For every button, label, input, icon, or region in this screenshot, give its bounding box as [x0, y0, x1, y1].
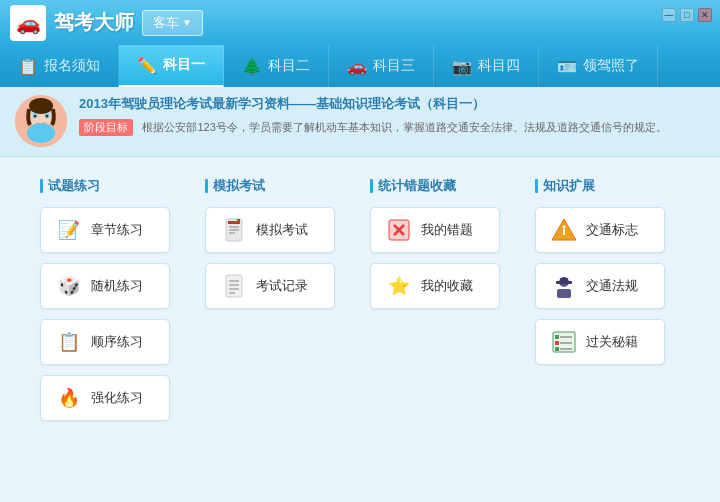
title-bar: 🚗 驾考大师 客车 ▼ — □ ✕ — [0, 0, 720, 45]
section-mock-title: 模拟考试 — [205, 177, 350, 195]
tab-kemu1-label: 科目一 — [163, 56, 205, 74]
section-expand-title: 知识扩展 — [535, 177, 680, 195]
collect-icon: ⭐ — [385, 272, 413, 300]
tab-kemu2-icon: 🌲 — [242, 57, 262, 76]
error-icon — [385, 216, 413, 244]
svg-rect-26 — [557, 289, 571, 298]
tab-kemu4-icon: 📷 — [452, 57, 472, 76]
banner-desc: 根据公安部123号令，学员需要了解机动车基本知识，掌握道路交通安全法律、法规及道… — [142, 121, 666, 133]
car-type-button[interactable]: 客车 ▼ — [142, 10, 203, 36]
section-stats-title: 统计错题收藏 — [370, 177, 515, 195]
app-title: 驾考大师 — [54, 9, 134, 36]
app-logo: 🚗 — [10, 5, 46, 41]
section-practice: 试题练习 📝 章节练习 🎲 随机练习 📋 顺序练习 🔥 强化练习 — [30, 177, 195, 480]
info-banner: 2013年驾驶员理论考试最新学习资料——基础知识理论考试（科目一） 阶段目标 根… — [0, 87, 720, 157]
traffic-law-label: 交通法规 — [586, 277, 638, 295]
traffic-sign-icon — [550, 216, 578, 244]
my-errors-label: 我的错题 — [421, 221, 473, 239]
exam-record-button[interactable]: 考试记录 — [205, 263, 335, 309]
intensive-icon: 🔥 — [55, 384, 83, 412]
secret-button[interactable]: 过关秘籍 — [535, 319, 665, 365]
svg-rect-35 — [560, 348, 572, 350]
avatar — [15, 95, 67, 147]
svg-rect-34 — [555, 347, 559, 351]
svg-point-7 — [29, 98, 53, 114]
svg-rect-31 — [560, 336, 572, 338]
my-collect-label: 我的收藏 — [421, 277, 473, 295]
mock-exam-button[interactable]: 模拟考试 — [205, 207, 335, 253]
tab-lingzhao-icon: 🪪 — [557, 57, 577, 76]
svg-rect-33 — [560, 342, 572, 344]
tab-kemu1[interactable]: ✏️ 科目一 — [119, 45, 224, 87]
banner-desc-row: 阶段目标 根据公安部123号令，学员需要了解机动车基本知识，掌握道路交通安全法律… — [79, 117, 705, 136]
tab-baoming-icon: 📋 — [18, 57, 38, 76]
my-collect-button[interactable]: ⭐ 我的收藏 — [370, 263, 500, 309]
banner-title: 2013年驾驶员理论考试最新学习资料——基础知识理论考试（科目一） — [79, 95, 705, 113]
svg-rect-23 — [563, 229, 565, 235]
tab-kemu4[interactable]: 📷 科目四 — [434, 45, 539, 87]
tab-kemu2-label: 科目二 — [268, 57, 310, 75]
section-expand: 知识扩展 交通标志 交通法规 — [525, 177, 690, 480]
sequence-practice-label: 顺序练习 — [91, 333, 143, 351]
svg-point-24 — [563, 226, 566, 229]
random-icon: 🎲 — [55, 272, 83, 300]
random-practice-button[interactable]: 🎲 随机练习 — [40, 263, 170, 309]
tab-kemu1-icon: ✏️ — [137, 56, 157, 75]
sequence-practice-button[interactable]: 📋 顺序练习 — [40, 319, 170, 365]
traffic-law-button[interactable]: 交通法规 — [535, 263, 665, 309]
window-controls: — □ ✕ — [662, 8, 712, 22]
svg-rect-27 — [556, 281, 572, 284]
section-practice-title: 试题练习 — [40, 177, 185, 195]
svg-point-5 — [46, 115, 49, 118]
tab-lingzhao[interactable]: 🪪 领驾照了 — [539, 45, 658, 87]
tab-kemu3-icon: 🚗 — [347, 57, 367, 76]
dropdown-icon: ▼ — [182, 17, 192, 28]
intensive-practice-button[interactable]: 🔥 强化练习 — [40, 375, 170, 421]
exam-record-label: 考试记录 — [256, 277, 308, 295]
svg-rect-32 — [555, 341, 559, 345]
maximize-button[interactable]: □ — [680, 8, 694, 22]
secret-icon — [550, 328, 578, 356]
minimize-button[interactable]: — — [662, 8, 676, 22]
info-text: 2013年驾驶员理论考试最新学习资料——基础知识理论考试（科目一） 阶段目标 根… — [79, 95, 705, 136]
stage-badge: 阶段目标 — [79, 119, 133, 136]
tab-baoming-label: 报名须知 — [44, 57, 100, 75]
tab-lingzhao-label: 领驾照了 — [583, 57, 639, 75]
tab-kemu3[interactable]: 🚗 科目三 — [329, 45, 434, 87]
section-stats: 统计错题收藏 我的错题 ⭐ 我的收藏 — [360, 177, 525, 480]
record-icon — [220, 272, 248, 300]
svg-rect-28 — [560, 278, 568, 281]
chapter-practice-label: 章节练习 — [91, 221, 143, 239]
chapter-practice-button[interactable]: 📝 章节练习 — [40, 207, 170, 253]
tab-kemu3-label: 科目三 — [373, 57, 415, 75]
svg-rect-9 — [228, 221, 240, 224]
mock-icon — [220, 216, 248, 244]
section-mock: 模拟考试 模拟考试 — [195, 177, 360, 480]
tab-kemu2[interactable]: 🌲 科目二 — [224, 45, 329, 87]
chapter-icon: 📝 — [55, 216, 83, 244]
nav-tabs: 📋 报名须知 ✏️ 科目一 🌲 科目二 🚗 科目三 📷 科目四 🪪 领驾照了 — [0, 45, 720, 87]
car-type-label: 客车 — [153, 14, 179, 32]
random-practice-label: 随机练习 — [91, 277, 143, 295]
my-errors-button[interactable]: 我的错题 — [370, 207, 500, 253]
sequence-icon: 📋 — [55, 328, 83, 356]
traffic-law-icon — [550, 272, 578, 300]
traffic-sign-button[interactable]: 交通标志 — [535, 207, 665, 253]
secret-label: 过关秘籍 — [586, 333, 638, 351]
main-content: 试题练习 📝 章节练习 🎲 随机练习 📋 顺序练习 🔥 强化练习 模拟考试 — [0, 157, 720, 500]
svg-point-4 — [34, 115, 37, 118]
intensive-practice-label: 强化练习 — [91, 389, 143, 407]
tab-kemu4-label: 科目四 — [478, 57, 520, 75]
traffic-sign-label: 交通标志 — [586, 221, 638, 239]
mock-exam-label: 模拟考试 — [256, 221, 308, 239]
close-button[interactable]: ✕ — [698, 8, 712, 22]
tab-baoming[interactable]: 📋 报名须知 — [0, 45, 119, 87]
svg-rect-30 — [555, 335, 559, 339]
